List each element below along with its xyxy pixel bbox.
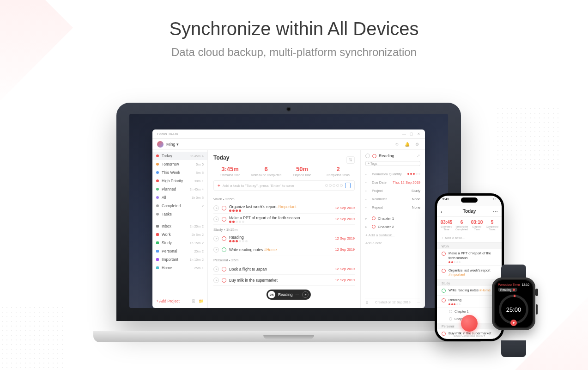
play-icon[interactable]: ▸ <box>365 216 370 221</box>
fab-start-timer[interactable] <box>461 315 478 332</box>
gear-icon[interactable]: ⚙ <box>414 141 420 148</box>
task-checkbox[interactable] <box>222 206 226 210</box>
folder-icon[interactable]: 📁 <box>199 299 204 303</box>
mini-timer-bar[interactable]: 25 Reading — <box>267 290 311 300</box>
sidebar-item-all[interactable]: All1h 0m5 <box>152 193 207 202</box>
camera-icon <box>287 108 290 111</box>
detail-field-pomodoro-quantity[interactable]: •Pomodoro Quantity <box>365 170 420 178</box>
task-row[interactable]: Reading 12 Sep 2019 <box>213 233 355 244</box>
maximize-button[interactable]: ▢ <box>410 132 413 136</box>
task-checkbox[interactable] <box>222 247 226 252</box>
detail-field-reminder[interactable]: •ReminderNone <box>365 195 420 203</box>
back-icon[interactable]: ‹ <box>441 209 443 215</box>
completed-icon <box>156 204 159 207</box>
sidebar-item-today[interactable]: Today3h 45m4 <box>152 152 207 160</box>
calendar-icon[interactable] <box>345 183 351 188</box>
timer-minutes: 25 <box>268 291 275 298</box>
task-checkbox[interactable] <box>222 236 226 241</box>
bell-icon[interactable]: 🔔 <box>404 141 410 148</box>
pomodoro-estimate-icon[interactable] <box>325 184 343 187</box>
archive-icon[interactable]: 🗄 <box>192 299 196 303</box>
subtask-row[interactable]: ▸Chapter 2 <box>365 222 420 231</box>
expand-icon[interactable]: ⤢ <box>417 154 420 158</box>
task-group-header: Study • 1h15m <box>213 228 355 232</box>
task-row[interactable]: Make a PPT of report of the forth season… <box>213 214 355 225</box>
sidebar-project-study[interactable]: Study1h 15m2 <box>152 239 207 247</box>
sync-icon[interactable]: ⟲ <box>394 141 400 148</box>
planned-icon <box>156 188 159 191</box>
watch-time: 12:10 <box>522 283 529 286</box>
task-checkbox[interactable] <box>442 269 446 273</box>
main-title: Today <box>213 154 229 161</box>
task-checkbox[interactable] <box>222 217 226 222</box>
play-icon[interactable] <box>510 320 517 326</box>
folder-icon: • <box>365 189 370 193</box>
detail-field-repeat[interactable]: •RepeatNone <box>365 203 420 211</box>
avatar[interactable] <box>157 141 164 148</box>
play-icon[interactable] <box>213 205 219 211</box>
task-checkbox[interactable] <box>442 289 446 293</box>
sidebar-project-important[interactable]: Important1h 10m2 <box>152 255 207 264</box>
project-color-icon <box>156 250 159 253</box>
phone-title: Today <box>463 209 476 214</box>
project-color-icon <box>156 266 159 269</box>
subtask-checkbox[interactable] <box>372 225 376 228</box>
task-checkbox[interactable] <box>222 278 226 283</box>
subtask-checkbox[interactable] <box>372 216 376 220</box>
task-checkbox[interactable] <box>442 298 446 302</box>
play-icon[interactable] <box>213 216 219 222</box>
sidebar-item-this-week[interactable]: This Week5m5 <box>152 168 207 177</box>
sidebar-item-planned[interactable]: Planned3h 45m4 <box>152 185 207 193</box>
detail-field-due-date[interactable]: •Due DateThu, 12 Sep 2019 <box>365 178 420 186</box>
subtask-row[interactable]: ▸Chapter 1 <box>365 214 420 222</box>
add-note[interactable]: Add a note... <box>365 241 420 244</box>
sidebar-item-tomorrow[interactable]: Tomorrow0m0 <box>152 160 207 168</box>
task-row[interactable]: Write reading notes #Home12 Sep 2019 <box>213 244 355 255</box>
more-icon[interactable]: ⋯ <box>493 209 498 215</box>
crown-icon <box>535 289 538 296</box>
filter-icon[interactable]: ⇅ <box>346 156 355 164</box>
sidebar-project-personal[interactable]: Personal25m2 <box>152 247 207 255</box>
sidebar-item-completed[interactable]: Completed2 <box>152 202 207 210</box>
play-icon[interactable] <box>302 291 309 298</box>
add-task-input[interactable]: + Add a task to "Today", press "Enter" t… <box>213 180 355 191</box>
watch-task-chip[interactable]: Reading <box>498 288 517 292</box>
task-row[interactable]: Book a flight to Japan 12 Sep 2019 <box>213 264 355 275</box>
hero-subtitle: Data cloud backup, multi-platform synchr… <box>0 46 588 59</box>
task-checkbox[interactable] <box>442 252 446 256</box>
close-button[interactable]: ✕ <box>417 132 420 136</box>
detail-field-project[interactable]: •ProjectStudy <box>365 186 420 195</box>
task-row[interactable]: Buy milk in the supermarket 12 Sep 2019 <box>213 275 355 286</box>
add-tag-chip[interactable]: + Tags <box>365 161 420 166</box>
stat-card: 3:45mEstimated Time <box>213 166 247 177</box>
subtask-checkbox[interactable] <box>449 317 452 321</box>
task-row[interactable]: Organize last week's report #Important12… <box>213 203 355 214</box>
project-color-icon <box>156 258 159 261</box>
task-checkbox[interactable] <box>372 154 376 158</box>
phone-task-row[interactable]: Make a PPT of report of the forth season <box>437 249 502 266</box>
sidebar-project-inbox[interactable]: Inbox2h 20m2 <box>152 222 207 230</box>
minimize-button[interactable]: — <box>402 132 406 136</box>
sidebar-item-tasks[interactable]: Tasks <box>152 210 207 218</box>
play-icon[interactable] <box>213 266 219 272</box>
add-project-button[interactable]: + Add Project <box>156 299 180 303</box>
sidebar-project-home[interactable]: Home25m1 <box>152 264 207 272</box>
phone-stat: 03:45Estimated Time <box>439 220 454 231</box>
task-checkbox[interactable] <box>222 267 226 271</box>
phone-header: ‹ Today ⋯ <box>437 206 502 217</box>
phone-add-task[interactable]: + Add a task... <box>437 234 502 243</box>
add-subtask[interactable]: + Add a subtask... <box>365 231 420 239</box>
play-icon[interactable] <box>213 236 219 241</box>
play-icon[interactable] <box>213 278 219 283</box>
username-dropdown[interactable]: Ming ▾ <box>166 142 179 147</box>
play-icon[interactable] <box>365 154 370 158</box>
more-icon[interactable]: ⋯ <box>417 301 420 304</box>
sidebar-item-high-priority[interactable]: High Priority30m1 <box>152 177 207 185</box>
play-icon[interactable]: ▸ <box>365 225 370 229</box>
delete-icon[interactable]: 🗑 <box>365 301 369 304</box>
tasks-icon <box>156 213 159 216</box>
project-color-icon <box>156 241 159 244</box>
play-icon[interactable] <box>213 247 219 253</box>
sidebar-project-work[interactable]: Work2h 5m2 <box>152 230 207 239</box>
subtask-checkbox[interactable] <box>449 310 452 313</box>
